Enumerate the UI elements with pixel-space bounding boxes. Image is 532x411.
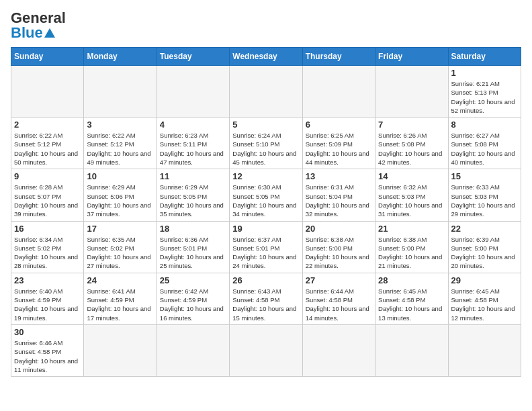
day-number: 22 — [451, 224, 518, 234]
day-info: Sunrise: 6:23 AM Sunset: 5:11 PM Dayligh… — [160, 131, 226, 167]
day-number: 13 — [306, 171, 372, 181]
calendar-cell — [84, 66, 157, 118]
day-number: 24 — [87, 275, 153, 285]
calendar-cell: 5Sunrise: 6:24 AM Sunset: 5:10 PM Daylig… — [230, 118, 302, 169]
logo: General Blue — [11, 11, 66, 40]
calendar-week-row: 16Sunrise: 6:34 AM Sunset: 5:02 PM Dayli… — [11, 221, 521, 273]
day-info: Sunrise: 6:37 AM Sunset: 5:01 PM Dayligh… — [232, 235, 299, 271]
day-number: 12 — [232, 171, 299, 181]
day-info: Sunrise: 6:32 AM Sunset: 5:03 PM Dayligh… — [378, 183, 445, 218]
day-number: 29 — [451, 275, 518, 285]
calendar-cell: 11Sunrise: 6:29 AM Sunset: 5:05 PM Dayli… — [157, 169, 229, 221]
day-info: Sunrise: 6:43 AM Sunset: 4:58 PM Dayligh… — [232, 287, 299, 322]
day-info: Sunrise: 6:22 AM Sunset: 5:12 PM Dayligh… — [87, 131, 153, 167]
logo-blue-text: Blue — [11, 26, 43, 40]
calendar-cell: 26Sunrise: 6:43 AM Sunset: 4:58 PM Dayli… — [230, 273, 302, 324]
calendar-cell: 22Sunrise: 6:39 AM Sunset: 5:00 PM Dayli… — [448, 221, 521, 273]
calendar-cell: 15Sunrise: 6:33 AM Sunset: 5:03 PM Dayli… — [448, 169, 521, 221]
calendar-cell: 4Sunrise: 6:23 AM Sunset: 5:11 PM Daylig… — [157, 118, 229, 169]
day-info: Sunrise: 6:44 AM Sunset: 4:58 PM Dayligh… — [306, 287, 372, 322]
day-info: Sunrise: 6:45 AM Sunset: 4:58 PM Dayligh… — [378, 287, 445, 322]
calendar-cell: 29Sunrise: 6:45 AM Sunset: 4:58 PM Dayli… — [448, 273, 521, 324]
day-number: 6 — [306, 120, 372, 130]
calendar-header-row: SundayMondayTuesdayWednesdayThursdayFrid… — [11, 48, 521, 66]
calendar-cell — [84, 324, 157, 376]
calendar-cell: 21Sunrise: 6:38 AM Sunset: 5:00 PM Dayli… — [375, 221, 448, 273]
calendar-cell — [230, 66, 302, 118]
day-number: 30 — [14, 327, 81, 337]
calendar-cell: 25Sunrise: 6:42 AM Sunset: 4:59 PM Dayli… — [157, 273, 229, 324]
calendar-cell: 18Sunrise: 6:36 AM Sunset: 5:01 PM Dayli… — [157, 221, 229, 273]
day-number: 26 — [232, 275, 299, 285]
day-info: Sunrise: 6:24 AM Sunset: 5:10 PM Dayligh… — [232, 131, 299, 167]
calendar-cell: 23Sunrise: 6:40 AM Sunset: 4:59 PM Dayli… — [11, 273, 84, 324]
day-info: Sunrise: 6:40 AM Sunset: 4:59 PM Dayligh… — [14, 287, 81, 322]
day-info: Sunrise: 6:21 AM Sunset: 5:13 PM Dayligh… — [451, 79, 518, 115]
calendar-cell — [157, 324, 229, 376]
day-number: 27 — [306, 275, 372, 285]
calendar-week-row: 2Sunrise: 6:22 AM Sunset: 5:12 PM Daylig… — [11, 118, 521, 169]
logo-triangle-icon — [44, 28, 55, 38]
day-number: 7 — [378, 120, 445, 130]
calendar-cell — [302, 66, 375, 118]
day-info: Sunrise: 6:38 AM Sunset: 5:00 PM Dayligh… — [378, 235, 445, 271]
calendar-cell: 17Sunrise: 6:35 AM Sunset: 5:02 PM Dayli… — [84, 221, 157, 273]
calendar-header-monday: Monday — [84, 48, 157, 66]
calendar-cell: 13Sunrise: 6:31 AM Sunset: 5:04 PM Dayli… — [302, 169, 375, 221]
calendar-cell: 28Sunrise: 6:45 AM Sunset: 4:58 PM Dayli… — [375, 273, 448, 324]
calendar-week-row: 9Sunrise: 6:28 AM Sunset: 5:07 PM Daylig… — [11, 169, 521, 221]
calendar-cell — [230, 324, 302, 376]
day-info: Sunrise: 6:22 AM Sunset: 5:12 PM Dayligh… — [14, 131, 81, 167]
day-number: 23 — [14, 275, 81, 285]
day-info: Sunrise: 6:31 AM Sunset: 5:04 PM Dayligh… — [306, 183, 372, 218]
calendar-cell — [375, 66, 448, 118]
day-number: 2 — [14, 120, 81, 130]
calendar-cell — [375, 324, 448, 376]
day-number: 21 — [378, 224, 445, 234]
day-info: Sunrise: 6:46 AM Sunset: 4:58 PM Dayligh… — [14, 338, 81, 374]
calendar-cell: 3Sunrise: 6:22 AM Sunset: 5:12 PM Daylig… — [84, 118, 157, 169]
calendar-cell: 9Sunrise: 6:28 AM Sunset: 5:07 PM Daylig… — [11, 169, 84, 221]
calendar-header-sunday: Sunday — [11, 48, 84, 66]
calendar-cell: 20Sunrise: 6:38 AM Sunset: 5:00 PM Dayli… — [302, 221, 375, 273]
day-number: 17 — [87, 224, 153, 234]
day-info: Sunrise: 6:26 AM Sunset: 5:08 PM Dayligh… — [378, 131, 445, 167]
calendar-cell: 2Sunrise: 6:22 AM Sunset: 5:12 PM Daylig… — [11, 118, 84, 169]
day-number: 1 — [451, 68, 518, 78]
day-info: Sunrise: 6:25 AM Sunset: 5:09 PM Dayligh… — [306, 131, 372, 167]
calendar-week-row: 1Sunrise: 6:21 AM Sunset: 5:13 PM Daylig… — [11, 66, 521, 118]
calendar-table: SundayMondayTuesdayWednesdayThursdayFrid… — [11, 47, 521, 377]
day-number: 5 — [232, 120, 299, 130]
calendar-cell: 14Sunrise: 6:32 AM Sunset: 5:03 PM Dayli… — [375, 169, 448, 221]
calendar-cell: 16Sunrise: 6:34 AM Sunset: 5:02 PM Dayli… — [11, 221, 84, 273]
calendar-cell: 12Sunrise: 6:30 AM Sunset: 5:05 PM Dayli… — [230, 169, 302, 221]
logo-general-text: General — [11, 11, 66, 26]
day-number: 9 — [14, 171, 81, 181]
day-info: Sunrise: 6:39 AM Sunset: 5:00 PM Dayligh… — [451, 235, 518, 271]
calendar-cell: 7Sunrise: 6:26 AM Sunset: 5:08 PM Daylig… — [375, 118, 448, 169]
day-number: 28 — [378, 275, 445, 285]
day-number: 25 — [160, 275, 226, 285]
calendar-cell: 6Sunrise: 6:25 AM Sunset: 5:09 PM Daylig… — [302, 118, 375, 169]
calendar-cell: 30Sunrise: 6:46 AM Sunset: 4:58 PM Dayli… — [11, 324, 84, 376]
calendar-cell: 8Sunrise: 6:27 AM Sunset: 5:08 PM Daylig… — [448, 118, 521, 169]
day-info: Sunrise: 6:38 AM Sunset: 5:00 PM Dayligh… — [306, 235, 372, 271]
day-number: 16 — [14, 224, 81, 234]
day-number: 19 — [232, 224, 299, 234]
calendar-week-row: 23Sunrise: 6:40 AM Sunset: 4:59 PM Dayli… — [11, 273, 521, 324]
calendar-header-thursday: Thursday — [302, 48, 375, 66]
day-info: Sunrise: 6:27 AM Sunset: 5:08 PM Dayligh… — [451, 131, 518, 167]
day-info: Sunrise: 6:29 AM Sunset: 5:06 PM Dayligh… — [87, 183, 153, 218]
calendar-week-row: 30Sunrise: 6:46 AM Sunset: 4:58 PM Dayli… — [11, 324, 521, 376]
day-info: Sunrise: 6:41 AM Sunset: 4:59 PM Dayligh… — [87, 287, 153, 322]
day-number: 18 — [160, 224, 226, 234]
day-info: Sunrise: 6:33 AM Sunset: 5:03 PM Dayligh… — [451, 183, 518, 218]
page-header: General Blue — [11, 11, 521, 40]
calendar-cell — [157, 66, 229, 118]
day-number: 4 — [160, 120, 226, 130]
calendar-cell: 24Sunrise: 6:41 AM Sunset: 4:59 PM Dayli… — [84, 273, 157, 324]
day-info: Sunrise: 6:29 AM Sunset: 5:05 PM Dayligh… — [160, 183, 226, 218]
day-info: Sunrise: 6:36 AM Sunset: 5:01 PM Dayligh… — [160, 235, 226, 271]
calendar-header-friday: Friday — [375, 48, 448, 66]
day-number: 14 — [378, 171, 445, 181]
